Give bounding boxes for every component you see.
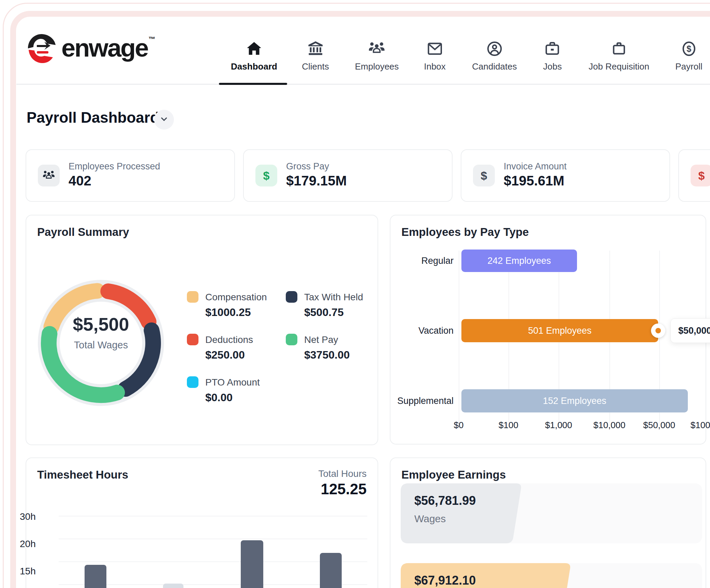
title-dropdown-button[interactable] — [154, 110, 174, 130]
svg-text:$: $ — [686, 44, 691, 54]
stat-label: Invoice Amount — [504, 161, 567, 172]
home-icon — [231, 40, 277, 58]
dollar-circle-icon: $ — [675, 40, 702, 58]
stat-value: $179.15M — [286, 173, 347, 189]
nav-item-dashboard[interactable]: Dashboard — [231, 40, 277, 72]
envelope-icon — [424, 40, 446, 58]
gridline — [459, 251, 459, 423]
stat-card-cut-off: $ — [678, 149, 710, 202]
earnings-stage2-value: $67,912.10 — [414, 573, 476, 588]
stat-label: Gross Pay — [286, 161, 329, 172]
stat-card-invoice-amount: $ Invoice Amount $195.61M — [461, 149, 670, 202]
total-hours-value: 125.25 — [321, 481, 367, 498]
total-hours-label: Total Hours — [318, 468, 367, 479]
nav-item-jobs[interactable]: Jobs — [543, 40, 562, 72]
person-circle-icon — [472, 40, 517, 58]
brand-name: enwage — [61, 33, 148, 63]
earnings-title: Employee Earnings — [401, 468, 506, 481]
donut-center-text: $5,500 Total Wages — [40, 314, 162, 351]
total-wages-value: $5,500 — [40, 314, 162, 335]
people-group-icon — [355, 40, 399, 58]
nav-item-employees[interactable]: Employees — [355, 40, 399, 72]
pto-swatch — [187, 376, 198, 388]
x-tick: $1,000 — [545, 420, 572, 431]
tax-swatch — [286, 291, 297, 303]
dollar-icon: $ — [691, 165, 710, 186]
gridline — [59, 516, 367, 516]
category-label-vacation: Vacation — [389, 326, 454, 336]
enwage-logo-icon — [27, 33, 57, 65]
bar-vacation[interactable]: 501 Employees — [461, 319, 658, 342]
stat-value: 402 — [69, 173, 91, 189]
brand-trademark: ™ — [148, 35, 155, 43]
wages-label: Wages — [414, 513, 446, 525]
timesheet-title: Timesheet Hours — [37, 468, 128, 481]
x-tick: $0 — [454, 420, 464, 431]
briefcase-simple-icon — [589, 40, 649, 58]
stat-value: $195.61M — [504, 173, 564, 189]
active-tab-underline — [219, 83, 287, 85]
compensation-swatch — [187, 291, 198, 303]
briefcase-icon — [543, 40, 562, 58]
category-label-supplemental: Supplemental — [389, 396, 454, 406]
x-tick: $10,000 — [593, 420, 625, 431]
dollar-icon: $ — [473, 165, 495, 186]
enwage-logo[interactable]: enwage ™ — [27, 33, 155, 65]
payroll-summary-title: Payroll Summary — [37, 226, 129, 239]
wages-value: $56,781.99 — [414, 494, 476, 508]
dollar-icon: $ — [255, 165, 277, 186]
timesheet-bar-2[interactable] — [163, 584, 183, 588]
net-pay-swatch — [286, 334, 297, 345]
bar-supplemental[interactable]: 152 Employees — [461, 389, 688, 412]
gridline — [59, 539, 367, 539]
page-title: Payroll Dashboard — [27, 109, 159, 126]
marker-dot — [655, 328, 661, 333]
nav-item-job-requisition[interactable]: Job Requisition — [589, 40, 649, 72]
timesheet-bar-3[interactable] — [241, 540, 263, 588]
y-tick: 20h — [20, 539, 47, 549]
nav-item-clients[interactable]: Clients — [302, 40, 329, 72]
x-tick: $100 — [499, 420, 518, 431]
stat-card-gross-pay: $ Gross Pay $179.15M — [243, 149, 453, 202]
pay-type-title: Employees by Pay Type — [401, 226, 529, 239]
vacation-point-marker — [651, 323, 665, 338]
header-divider — [16, 84, 710, 85]
bar-regular[interactable]: 242 Employees — [461, 250, 577, 272]
people-icon — [38, 165, 60, 186]
stat-card-employees-processed: Employees Processed 402 — [26, 149, 235, 202]
stat-label: Employees Processed — [69, 161, 160, 172]
bank-icon — [302, 40, 329, 58]
x-tick: $100,000 — [691, 420, 710, 431]
timesheet-bar-4[interactable] — [320, 553, 342, 588]
y-tick: 15h — [20, 566, 47, 577]
nav-item-candidates[interactable]: Candidates — [472, 40, 517, 72]
total-wages-label: Total Wages — [40, 340, 162, 351]
nav-item-inbox[interactable]: Inbox — [424, 40, 446, 72]
y-tick: 30h — [20, 511, 47, 522]
nav-item-payroll[interactable]: $ Payroll — [675, 40, 702, 72]
category-label-regular: Regular — [389, 256, 454, 266]
x-tick: $50,000 — [643, 420, 675, 431]
timesheet-bar-1[interactable] — [85, 565, 106, 588]
chevron-down-icon — [159, 114, 169, 125]
deductions-swatch — [187, 334, 198, 345]
vacation-tooltip: $50,000.00 — [670, 318, 710, 343]
